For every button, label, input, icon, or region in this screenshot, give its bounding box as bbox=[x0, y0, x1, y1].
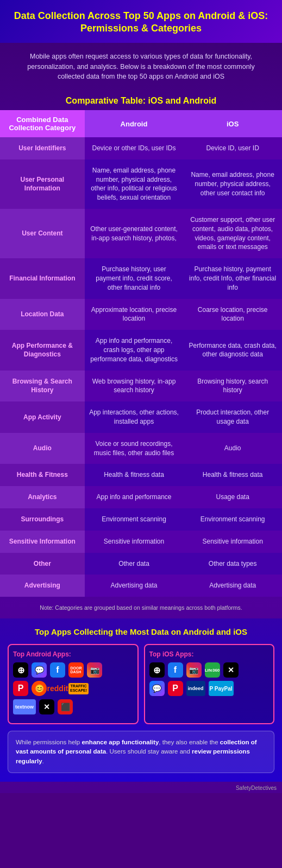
table-row-ios: Device ID, user ID bbox=[183, 137, 282, 159]
table-row-category: Advertising bbox=[0, 575, 85, 597]
table-row-android: Advertising data bbox=[85, 575, 184, 597]
table-section-title: Comparative Table: iOS and Android bbox=[0, 91, 282, 110]
table-row-ios: Audio bbox=[183, 433, 282, 464]
doordash-icon-android: DOORDASH bbox=[68, 662, 84, 678]
table-row-category: Audio bbox=[0, 433, 85, 464]
intro-text: Mobile apps often request access to vari… bbox=[0, 43, 282, 91]
android-apps-row-2: P 😊 reddit TRAFFICESCAPE! bbox=[13, 681, 133, 696]
table-note: Note: Categories are grouped based on si… bbox=[0, 600, 282, 618]
table-row-category: Location Data bbox=[0, 299, 85, 330]
table-row-android: Name, email address, phone number, physi… bbox=[85, 159, 184, 209]
table-row-category: Other bbox=[0, 553, 85, 575]
android-apps-row-1: ⊕ 💬 f DOORDASH 📷 bbox=[13, 662, 133, 678]
instagram-icon-android: 📷 bbox=[87, 662, 102, 678]
bottom-section: Top Apps Collecting the Most Data on And… bbox=[0, 618, 282, 782]
textnow-icon-android: textnow bbox=[13, 699, 36, 714]
table-row-android: App interactions, other actions, install… bbox=[85, 401, 184, 433]
pinterest-icon-ios: P bbox=[168, 681, 183, 696]
table-row-android: Approximate location, precise location bbox=[85, 299, 184, 330]
table-row-category: User Content bbox=[0, 209, 85, 258]
ios-apps-row-1: ⊕ f 📷 Life360 ✕ bbox=[149, 662, 270, 678]
instagram-icon-ios: 📷 bbox=[186, 662, 202, 678]
table-row-ios: Usage data bbox=[183, 486, 282, 508]
table-row-category: Sensitive Information bbox=[0, 531, 85, 553]
table-row-category: Health & Fitness bbox=[0, 464, 85, 486]
x-icon-ios: ✕ bbox=[223, 662, 239, 678]
footer-note: While permissions help enhance app funct… bbox=[8, 731, 274, 773]
table-row-ios: Performance data, crash data, other diag… bbox=[183, 330, 282, 370]
pinterest-icon-android: P bbox=[13, 681, 28, 696]
table-row-category: Browsing & Search History bbox=[0, 371, 85, 402]
reddit-text-android: reddit bbox=[50, 681, 65, 696]
table-row-category: App Activity bbox=[0, 401, 85, 433]
watermark: SafetyDetectives bbox=[0, 782, 282, 793]
table-row-android: Purchase history, user payment info, cre… bbox=[85, 258, 184, 298]
header-title: Data Collection Across Top 50 Apps on An… bbox=[11, 10, 271, 35]
threads-icon-android: ⊕ bbox=[13, 662, 28, 678]
table-row-category: User Identifiers bbox=[0, 137, 85, 159]
table-row-ios: Product interaction, other usage data bbox=[183, 401, 282, 433]
table-row-ios: Name, email address, phone number, physi… bbox=[183, 159, 282, 209]
table-row-android: Environment scanning bbox=[85, 508, 184, 531]
facebook-icon-ios: f bbox=[168, 662, 183, 678]
messenger-icon-ios: 💬 bbox=[149, 681, 165, 696]
ios-apps-row-2: 💬 P indeed P PayPal bbox=[149, 681, 270, 696]
table-row-android: App info and performance bbox=[85, 486, 184, 508]
roblox-icon-android: ⬛ bbox=[58, 699, 73, 714]
life360-icon-ios: Life360 bbox=[205, 662, 220, 678]
apps-row: Top Android Apps: ⊕ 💬 f DOORDASH 📷 P 😊 r… bbox=[8, 644, 274, 724]
col-header-category: Combined Data Collection Category bbox=[0, 110, 85, 137]
table-row-category: Analytics bbox=[0, 486, 85, 508]
footer-text-static: While permissions help enhance app funct… bbox=[16, 739, 257, 764]
table-row-android: App info and performance, crash logs, ot… bbox=[85, 330, 184, 370]
table-row-ios: Coarse location, precise location bbox=[183, 299, 282, 330]
table-row-ios: Sensitive information bbox=[183, 531, 282, 553]
android-apps-row-3: textnow ✕ ⬛ bbox=[13, 699, 133, 714]
android-apps-panel: Top Android Apps: ⊕ 💬 f DOORDASH 📷 P 😊 r… bbox=[8, 644, 139, 724]
table-row-ios: Customer support, other user content, au… bbox=[183, 209, 282, 258]
table-row-android: Health & fitness data bbox=[85, 464, 184, 486]
table-row-category: App Performance & Diagnostics bbox=[0, 330, 85, 370]
header: Data Collection Across Top 50 Apps on An… bbox=[0, 0, 282, 43]
ios-apps-panel: Top iOS Apps: ⊕ f 📷 Life360 ✕ 💬 P indeed… bbox=[144, 644, 275, 724]
traffic-escape-icon-android: TRAFFICESCAPE! bbox=[68, 683, 89, 694]
table-row-android: Other data bbox=[85, 553, 184, 575]
table-row-android: Web browsing history, in-app search hist… bbox=[85, 371, 184, 402]
table-row-category: Financial Information bbox=[0, 258, 85, 298]
bottom-section-title: Top Apps Collecting the Most Data on And… bbox=[8, 627, 274, 636]
table-row-ios: Health & fitness data bbox=[183, 464, 282, 486]
col-header-android: Android bbox=[85, 110, 184, 137]
paypal-icon-ios: P PayPal bbox=[209, 681, 234, 696]
table-row-ios: Other data types bbox=[183, 553, 282, 575]
reddit-circle-android: 😊 bbox=[32, 681, 47, 696]
indeed-icon-ios: indeed bbox=[186, 681, 205, 696]
android-panel-title: Top Android Apps: bbox=[13, 650, 133, 658]
main-container: Data Collection Across Top 50 Apps on An… bbox=[0, 0, 282, 793]
table-row-ios: Browsing history, search history bbox=[183, 371, 282, 402]
table-row-ios: Advertising data bbox=[183, 575, 282, 597]
ios-panel-title: Top iOS Apps: bbox=[149, 650, 270, 658]
table-row-category: Surroundings bbox=[0, 508, 85, 531]
col-header-ios: iOS bbox=[183, 110, 282, 137]
x-icon-android: ✕ bbox=[39, 699, 54, 714]
table-row-android: Device or other IDs, user IDs bbox=[85, 137, 184, 159]
messenger-icon-android: 💬 bbox=[32, 662, 47, 678]
table-row-ios: Purchase history, payment info, credit I… bbox=[183, 258, 282, 298]
table-row-android: Other user-generated content, in-app sea… bbox=[85, 209, 184, 258]
facebook-icon-android: f bbox=[50, 662, 65, 678]
table-row-android: Voice or sound recordings, music files, … bbox=[85, 433, 184, 464]
table-row-ios: Environment scanning bbox=[183, 508, 282, 531]
table-row-android: Sensitive information bbox=[85, 531, 184, 553]
comparison-table: Combined Data Collection Category Androi… bbox=[0, 110, 282, 597]
threads-icon-ios: ⊕ bbox=[149, 662, 165, 678]
watermark-text: SafetyDetectives bbox=[236, 785, 277, 791]
table-row-category: User Personal Information bbox=[0, 159, 85, 209]
